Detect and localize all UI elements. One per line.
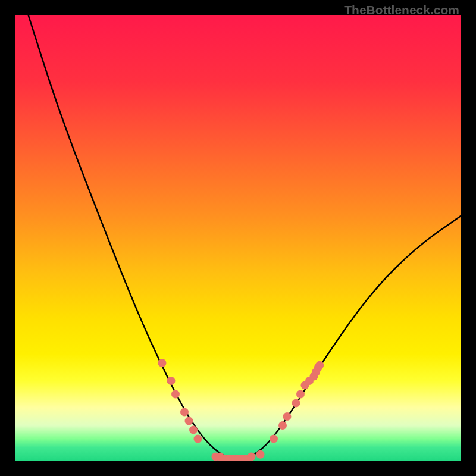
data-point	[194, 435, 202, 443]
data-point	[171, 390, 180, 399]
chart-svg	[15, 15, 461, 461]
data-point	[167, 377, 176, 385]
chart-background	[15, 15, 461, 461]
data-point	[283, 412, 292, 421]
data-point	[256, 450, 265, 459]
data-point	[315, 361, 324, 369]
data-point	[189, 426, 198, 434]
data-point	[278, 421, 287, 430]
data-point	[270, 435, 278, 443]
bottleneck-chart	[15, 15, 461, 461]
data-point	[180, 408, 189, 416]
data-point	[248, 453, 256, 461]
data-point	[185, 417, 193, 425]
data-point	[296, 390, 305, 399]
watermark-label: TheBottleneck.com	[344, 3, 459, 17]
data-point	[158, 359, 167, 367]
data-point	[292, 399, 300, 408]
